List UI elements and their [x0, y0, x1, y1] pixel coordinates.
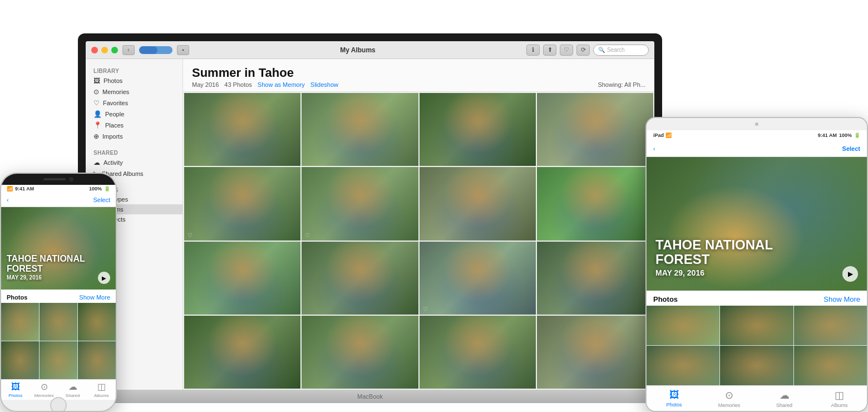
- iphone-section-header: Photos Show More: [1, 290, 116, 303]
- iphone-tab-memories[interactable]: ⊙ Memories: [30, 381, 59, 398]
- photo-cell-10[interactable]: [302, 242, 418, 315]
- ipad-status-bar: iPad 📶 9:41 AM 100%🔋: [647, 130, 867, 140]
- ipad-photo-1[interactable]: [647, 306, 719, 345]
- iphone-tab-albums-label: Albums: [94, 393, 109, 398]
- iphone-back-button[interactable]: ‹: [7, 197, 9, 203]
- ipad-tab-photos-icon: 🖼: [669, 389, 679, 401]
- photo-cell-5[interactable]: ♡: [184, 167, 300, 240]
- back-button[interactable]: ‹: [122, 45, 135, 55]
- photo-cell-14[interactable]: [302, 316, 418, 389]
- sidebar-item-favorites[interactable]: ♡ Favorites: [86, 97, 183, 109]
- ipad-carrier: iPad 📶: [653, 133, 672, 138]
- macbook-screen-inner: ‹ ▪ My Albums ℹ ⬆ ♡ ⟳ 🔍 Search: [86, 41, 654, 390]
- ipad-photo-6[interactable]: [794, 346, 867, 385]
- rotate-button[interactable]: ⟳: [576, 45, 590, 56]
- photo-cell-15[interactable]: [420, 316, 536, 389]
- photo-cell-11[interactable]: ♡: [420, 242, 536, 315]
- sidebar-item-people[interactable]: 👤 People: [86, 109, 183, 120]
- ipad-photo-3[interactable]: [794, 306, 867, 345]
- sidebar-item-memories[interactable]: ⊙ Memories: [86, 86, 183, 97]
- info-button[interactable]: ℹ: [526, 45, 540, 56]
- iphone-camera: [69, 177, 73, 182]
- sidebar-item-imports[interactable]: ⊕ Imports: [86, 131, 183, 142]
- close-button[interactable]: [91, 47, 98, 53]
- iphone-tab-photos[interactable]: 🖼 Photos: [1, 382, 30, 398]
- iphone-tab-shared-icon: ☁: [68, 381, 77, 392]
- sidebar-label-people: People: [105, 111, 124, 117]
- ipad-show-more[interactable]: Show More: [823, 295, 860, 303]
- search-field[interactable]: 🔍 Search: [593, 45, 649, 56]
- photo-grid: ♡ ♡ ♡: [183, 92, 654, 390]
- ipad-back-button[interactable]: ‹: [653, 145, 655, 152]
- macbook-label: MacBook: [357, 393, 383, 400]
- photo-cell-6[interactable]: ♡: [302, 167, 418, 240]
- minimize-button[interactable]: [101, 47, 108, 53]
- iphone-home-area: [1, 400, 116, 411]
- ipad-tab-memories-icon: ⊙: [725, 389, 733, 401]
- iphone-notch: [1, 174, 116, 185]
- ipad-photo-5[interactable]: [720, 346, 793, 385]
- favorite-button[interactable]: ♡: [560, 45, 573, 56]
- ipad-hero[interactable]: TAHOE NATIONALFOREST MAY 29, 2016 ▶: [647, 157, 867, 291]
- iphone-select-button[interactable]: Select: [93, 197, 110, 203]
- ipad-tab-photos[interactable]: 🖼 Photos: [647, 389, 702, 408]
- iphone-body: 📶 9:41 AM 100% 🔋 ‹ Select TAHOE NATIONAL…: [0, 173, 117, 412]
- album-title: Summer in Tahoe: [192, 66, 645, 80]
- photo-cell-3[interactable]: [420, 93, 536, 166]
- ipad-hero-text: TAHOE NATIONALFOREST MAY 29, 2016: [655, 238, 773, 277]
- ipad-tab-memories[interactable]: ⊙ Memories: [702, 389, 757, 408]
- photo-cell-12[interactable]: [537, 242, 653, 315]
- sidebar-item-photos[interactable]: 🖼 Photos: [86, 75, 183, 86]
- iphone-photo-3[interactable]: [78, 303, 116, 341]
- album-meta: May 2016 43 Photos Show as Memory Slides…: [192, 81, 645, 88]
- photo-cell-7[interactable]: [420, 167, 536, 240]
- photo-cell-8[interactable]: [537, 167, 653, 240]
- photo-cell-2[interactable]: [302, 93, 418, 166]
- iphone-play-button[interactable]: ▶: [98, 272, 110, 284]
- iphone-speaker: [43, 178, 66, 180]
- photo-cell-16[interactable]: [537, 316, 653, 389]
- favorites-icon: ♡: [93, 99, 100, 107]
- ipad-play-button[interactable]: ▶: [842, 266, 858, 282]
- ipad-tab-photos-label: Photos: [666, 402, 682, 408]
- ipad-photo-2[interactable]: [720, 306, 793, 345]
- iphone-hero[interactable]: TAHOE NATIONALFOREST MAY 29, 2016 ▶: [1, 207, 116, 290]
- sidebar-label-photos: Photos: [103, 77, 122, 84]
- iphone-home-button[interactable]: [50, 397, 67, 412]
- iphone-tab-photos-icon: 🖼: [11, 382, 20, 392]
- iphone-photo-grid: [1, 303, 116, 379]
- ipad-select-button[interactable]: Select: [842, 145, 860, 152]
- photo-cell-9[interactable]: [184, 242, 300, 315]
- iphone-show-more[interactable]: Show More: [79, 294, 110, 301]
- heart-icon: ♡: [188, 232, 193, 238]
- forward-button[interactable]: ▪: [177, 45, 189, 55]
- macbook-screen-outer: ‹ ▪ My Albums ℹ ⬆ ♡ ⟳ 🔍 Search: [78, 33, 662, 390]
- ipad-tab-albums-icon: ◫: [835, 389, 844, 401]
- ipad-hero-date: MAY 29, 2016: [655, 269, 773, 277]
- ipad-tab-shared[interactable]: ☁ Shared: [757, 389, 812, 408]
- share-button[interactable]: ⬆: [543, 45, 556, 56]
- photo-cell-4[interactable]: [537, 93, 653, 166]
- photos-icon: 🖼: [93, 77, 100, 85]
- iphone-photo-4[interactable]: [1, 341, 39, 379]
- iphone-tab-shared[interactable]: ☁ Shared: [58, 381, 87, 398]
- ipad-tab-shared-icon: ☁: [780, 389, 790, 401]
- ipad-status-right: 9:41 AM 100%🔋: [818, 133, 860, 138]
- maximize-button[interactable]: [111, 47, 118, 53]
- ipad-photo-4[interactable]: [647, 346, 719, 385]
- photo-cell-13[interactable]: [184, 316, 300, 389]
- ipad-tab-albums[interactable]: ◫ Albums: [812, 389, 867, 408]
- iphone-photo-6[interactable]: [78, 341, 116, 379]
- sidebar-item-activity[interactable]: ☁ Activity: [86, 157, 183, 168]
- showing-label: Showing: All Ph...: [598, 81, 645, 88]
- album-date: May 2016: [192, 81, 219, 88]
- iphone-photo-2[interactable]: [40, 303, 77, 341]
- photo-cell-1[interactable]: [184, 93, 300, 166]
- iphone-photo-5[interactable]: [40, 341, 77, 379]
- slideshow-link[interactable]: Slideshow: [310, 81, 338, 88]
- sidebar-item-places[interactable]: 📍 Places: [86, 120, 183, 131]
- ipad-nav-bar: ‹ Select: [647, 140, 867, 157]
- iphone-photo-1[interactable]: [1, 303, 39, 341]
- iphone-tab-albums[interactable]: ◫ Albums: [87, 381, 116, 398]
- show-as-memory-link[interactable]: Show as Memory: [258, 81, 305, 88]
